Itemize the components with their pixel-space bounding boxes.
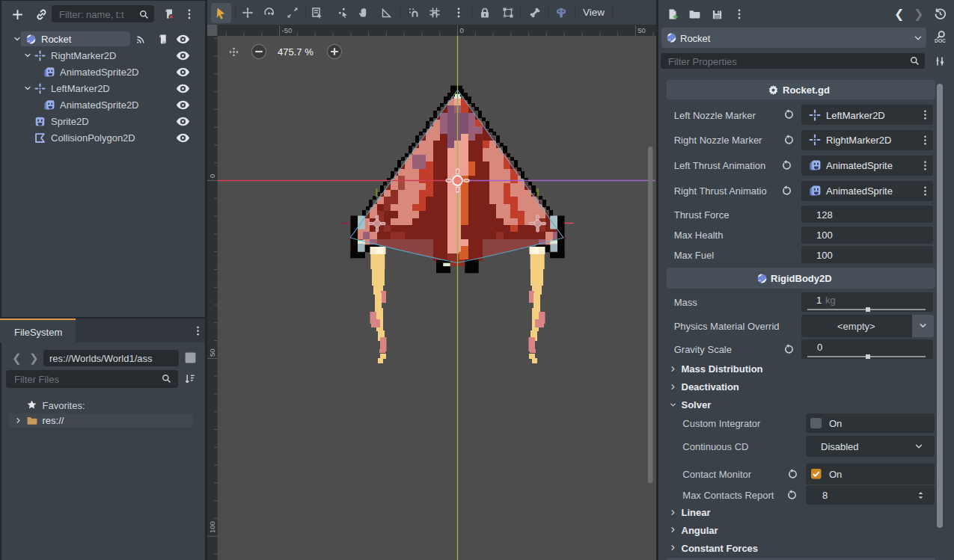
svg-text:100: 100 xyxy=(208,521,216,533)
svg-text:0: 0 xyxy=(460,26,464,34)
svg-text:0: 0 xyxy=(208,174,216,178)
svg-text:50: 50 xyxy=(637,26,646,34)
svg-text:-50: -50 xyxy=(282,26,293,34)
svg-text:50: 50 xyxy=(208,348,216,357)
